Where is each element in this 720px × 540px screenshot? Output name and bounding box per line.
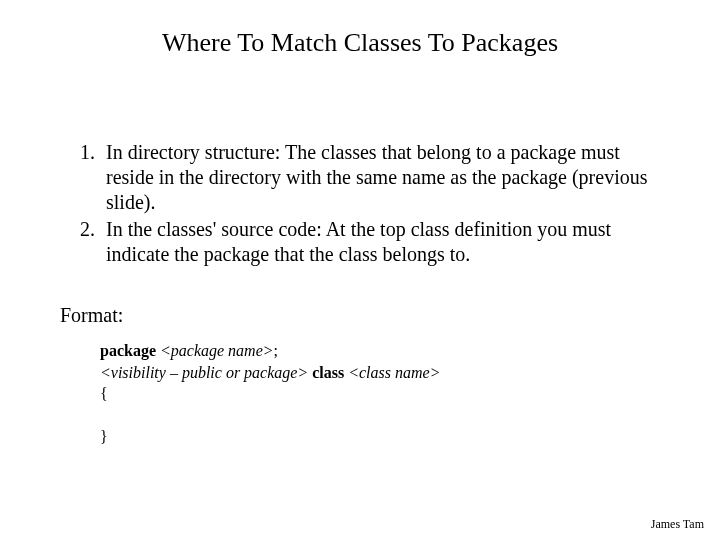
keyword-package: package xyxy=(100,342,160,359)
list-item: In the classes' source code: At the top … xyxy=(100,217,660,267)
code-line-blank xyxy=(100,405,660,427)
slide-title: Where To Match Classes To Packages xyxy=(0,28,720,58)
code-line-open-brace: { xyxy=(100,383,660,405)
slide-body: In directory structure: The classes that… xyxy=(60,140,660,448)
code-block: package <package name>; <visibility – pu… xyxy=(100,340,660,448)
numbered-list: In directory structure: The classes that… xyxy=(60,140,660,267)
code-line-close-brace: } xyxy=(100,426,660,448)
placeholder-class-name: <class name> xyxy=(348,364,440,381)
placeholder-package-name: <package name> xyxy=(160,342,274,359)
list-item: In directory structure: The classes that… xyxy=(100,140,660,215)
slide: Where To Match Classes To Packages In di… xyxy=(0,0,720,540)
placeholder-visibility: <visibility – public or package> xyxy=(100,364,308,381)
semicolon: ; xyxy=(274,342,278,359)
code-line: package <package name>; xyxy=(100,340,660,362)
format-heading: Format: xyxy=(60,303,660,328)
code-line: <visibility – public or package> class <… xyxy=(100,362,660,384)
footer-author: James Tam xyxy=(651,517,704,532)
keyword-class: class xyxy=(308,364,348,381)
